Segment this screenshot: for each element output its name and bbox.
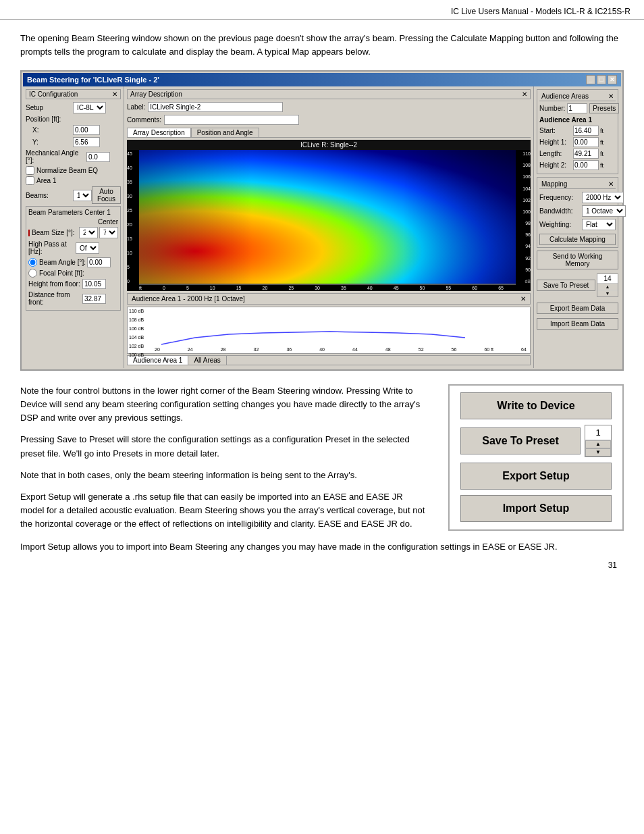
import-beam-button[interactable]: Import Beam Data (537, 318, 618, 330)
height-input[interactable] (82, 279, 106, 289)
array-desc-tabs: Array Description Position and Angle (127, 128, 531, 138)
export-setup-button[interactable]: Export Setup (460, 463, 612, 490)
preset-down-arrow[interactable]: ▼ (585, 448, 611, 457)
beams-row: Beams: 1 Auto Focus (26, 186, 121, 204)
lower-text-4: Export Setup will generate a .rhs setup … (20, 490, 428, 531)
beam-angle-row: Beam Angle [°]: (28, 257, 118, 267)
focal-point-radio[interactable] (28, 269, 37, 278)
autofocus-button[interactable]: Auto Focus (92, 186, 121, 204)
center-top-bar: Label: (127, 102, 531, 112)
start-input[interactable] (573, 126, 599, 136)
comments-input[interactable] (164, 115, 299, 125)
mech-angle-row: Mechanical Angle [°]: (26, 149, 121, 164)
lower-section: Note the four control buttons in the low… (20, 384, 624, 531)
array-desc-header: Array Description ✕ (127, 89, 531, 99)
beam-size-select2[interactable]: 7 (99, 227, 118, 238)
beams-select[interactable]: 1 (73, 190, 92, 201)
area1-section-title: Audience Area 1 (539, 116, 616, 124)
array-desc-close[interactable]: ✕ (522, 90, 527, 98)
setup-select[interactable]: IC-8L (73, 102, 106, 113)
height-row: Height from floor: (28, 279, 118, 289)
audience-number-row: Number: Presets (539, 103, 616, 113)
beam-size-row: Beam Size [°]: 20 7 (28, 227, 118, 238)
audience-area-title: Audience Area 1 - 2000 Hz [1 Octave] (132, 295, 245, 303)
chart-title: ICLive R: Single--2 (127, 140, 531, 150)
audience-areas-label: Audience Areas (541, 93, 589, 100)
save-preset-row: Save To Preset 14 ▲ ▼ (537, 273, 618, 297)
mini-chart-svg (128, 307, 530, 353)
frequency-row: Frequency: 2000 Hz (539, 192, 616, 203)
export-beam-button[interactable]: Export Beam Data (537, 303, 618, 314)
minimize-button[interactable]: _ (586, 75, 595, 84)
normalize-checkbox[interactable] (26, 166, 34, 175)
send-working-button[interactable]: Send to Working Memory (537, 251, 618, 269)
presets-button[interactable]: Presets (589, 103, 619, 113)
distance-row: Distance from front: (28, 291, 118, 306)
area1-label: Area 1 (36, 177, 56, 184)
length-input[interactable] (573, 149, 599, 159)
audience-tab-all[interactable]: All Areas (188, 356, 226, 365)
area1-checkbox[interactable] (26, 176, 34, 185)
setup-row: Setup IC-8L (26, 102, 121, 113)
start-label: Start: (539, 127, 573, 134)
position-x-input[interactable] (73, 125, 100, 135)
audience-area-bar: Audience Area 1 - 2000 Hz [1 Octave] ✕ (127, 293, 531, 305)
height1-row: Height 1: ft (539, 137, 616, 147)
position-y-input[interactable] (73, 137, 100, 147)
tab-array-description[interactable]: Array Description (127, 128, 191, 137)
audience-number-input[interactable] (567, 103, 587, 113)
label-field-input[interactable] (148, 102, 283, 112)
preset-down-arrow[interactable]: ▼ (597, 290, 618, 296)
mini-x-labels: 2024283236404448525660 ft64 (155, 347, 527, 352)
audience-bar-close[interactable]: ✕ (520, 295, 526, 303)
beam-params-section: Beam Parameters Center 1 Center Beam Siz… (26, 206, 121, 311)
close-button[interactable]: ✕ (608, 75, 617, 84)
height1-input[interactable] (573, 137, 599, 147)
audience-areas-close[interactable]: ✕ (608, 93, 614, 100)
mech-angle-input[interactable] (86, 152, 110, 162)
frequency-select[interactable]: 2000 Hz (582, 192, 624, 203)
app-screenshot: Beam Steering for 'ICLiveR Single - 2' _… (20, 70, 624, 371)
beam-size-select1[interactable]: 20 (79, 227, 98, 238)
save-preset-button[interactable]: Save To Preset (537, 280, 595, 291)
preset-spinner-arrows: ▲ ▼ (585, 440, 611, 457)
manual-title: IC Live Users Manual - Models ICL-R & IC… (451, 7, 630, 16)
preset-up-arrow[interactable]: ▲ (585, 440, 611, 448)
beam-angle-label: Beam Angle [°]: (39, 259, 86, 266)
beam-angle-radio[interactable] (28, 258, 37, 267)
weighting-select[interactable]: Flat (582, 219, 616, 230)
preset-spinner-box: 1 ▲ ▼ (585, 425, 612, 457)
array-desc-label: Array Description (130, 90, 182, 98)
high-pass-select[interactable]: Off (76, 242, 99, 254)
tab-position-angle[interactable]: Position and Angle (191, 128, 259, 137)
mapping-close[interactable]: ✕ (608, 180, 614, 188)
write-to-device-button[interactable]: Write to Device (460, 392, 612, 419)
preset-up-arrow[interactable]: ▲ (597, 284, 618, 290)
beam-params-title: Beam Parameters Center 1 (28, 209, 118, 216)
audience-tabs: Audience Area 1 All Areas (127, 355, 531, 365)
height2-input[interactable] (573, 160, 599, 170)
lower-text-2: Pressing Save to Preset will store the c… (20, 433, 428, 460)
comments-label: Comments: (127, 116, 161, 124)
import-setup-button[interactable]: Import Setup (460, 495, 612, 522)
bandwidth-select[interactable]: 1 Octave (582, 205, 626, 217)
app-title-bar: Beam Steering for 'ICLiveR Single - 2' _… (23, 73, 621, 86)
bottom-text: Import Setup allows you to import into B… (20, 540, 624, 554)
maximize-button[interactable]: □ (597, 75, 606, 84)
beam-angle-input[interactable] (87, 257, 111, 267)
y-axis-labels: 454035302520151050 (127, 150, 139, 285)
area1-row: Area 1 (26, 176, 121, 185)
save-to-preset-button[interactable]: Save To Preset (460, 427, 581, 454)
preset-arrows: ▲ ▼ (597, 284, 618, 296)
bandwidth-label: Bandwidth: (539, 207, 580, 215)
height2-row: Height 2: ft (539, 160, 616, 170)
ic-config-close[interactable]: ✕ (112, 90, 117, 98)
distance-input[interactable] (82, 294, 106, 304)
height1-unit: ft (600, 139, 603, 146)
bandwidth-row: Bandwidth: 1 Octave (539, 205, 616, 217)
setup-label: Setup (26, 104, 73, 111)
height2-label: Height 2: (539, 161, 573, 169)
normalize-label: Normalize Beam EQ (36, 167, 98, 174)
calculate-mapping-button[interactable]: Calculate Mapping (539, 234, 616, 245)
page-number: 31 (20, 561, 624, 570)
